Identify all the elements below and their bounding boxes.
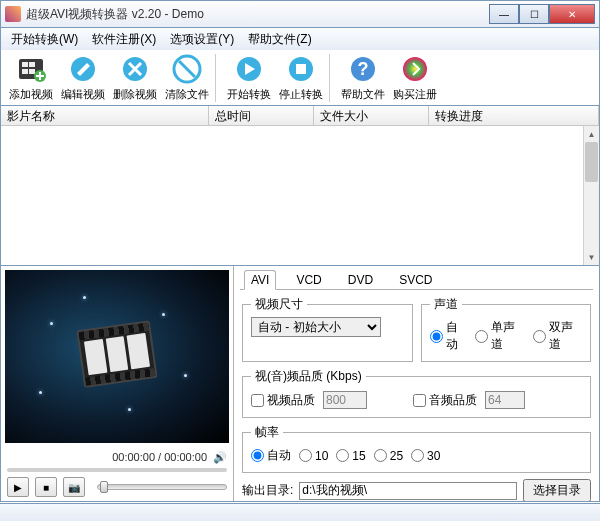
settings-pane: AVI VCD DVD SVCD 视频尺寸 自动 - 初始大小 声道 自动 单声… [234, 266, 599, 501]
toolbar-stop-convert[interactable]: 停止转换 [275, 51, 327, 104]
fr-30[interactable]: 30 [411, 449, 440, 463]
output-dir-row: 输出目录: 选择目录 [242, 479, 591, 501]
play-button[interactable]: ▶ [7, 477, 29, 497]
audio-bitrate-input[interactable] [485, 391, 525, 409]
filmstrip-icon [76, 320, 157, 388]
svg-rect-2 [29, 62, 35, 67]
menubar: 开始转换(W) 软件注册(X) 选项设置(Y) 帮助文件(Z) [0, 28, 600, 50]
toolbar-buy-register[interactable]: 购买注册 [389, 51, 441, 104]
bitrate-group: 视(音)频品质 (Kbps) 视频品质 音频品质 [242, 368, 591, 418]
toolbar-label: 购买注册 [393, 87, 437, 102]
toolbar-label: 编辑视频 [61, 87, 105, 102]
toolbar-start-convert[interactable]: 开始转换 [223, 51, 275, 104]
toolbar-help[interactable]: ? 帮助文件 [337, 51, 389, 104]
stop-button[interactable]: ■ [35, 477, 57, 497]
svg-point-14 [403, 57, 427, 81]
audio-channel-group: 声道 自动 单声道 双声道 [421, 296, 592, 362]
clear-files-icon [171, 53, 203, 85]
scroll-down-icon[interactable]: ▼ [584, 249, 599, 265]
audio-bitrate-check[interactable]: 音频品质 [413, 392, 477, 409]
minimize-button[interactable]: — [489, 4, 519, 24]
toolbar-add-video[interactable]: 添加视频 [5, 51, 57, 104]
toolbar-label: 清除文件 [165, 87, 209, 102]
volume-slider[interactable] [97, 484, 227, 490]
video-size-group: 视频尺寸 自动 - 初始大小 [242, 296, 413, 362]
toolbar-delete-video[interactable]: 删除视频 [109, 51, 161, 104]
file-list: 影片名称 总时间 文件大小 转换进度 ▲ ▼ [0, 106, 600, 266]
svg-text:?: ? [358, 59, 369, 79]
fr-10[interactable]: 10 [299, 449, 328, 463]
app-icon [5, 6, 21, 22]
scroll-thumb[interactable] [585, 142, 598, 182]
format-tabs: AVI VCD DVD SVCD [240, 270, 593, 290]
fr-15[interactable]: 15 [336, 449, 365, 463]
menu-options[interactable]: 选项设置(Y) [166, 29, 238, 50]
audio-stereo[interactable]: 双声道 [533, 319, 582, 353]
framerate-label: 帧率 [251, 424, 283, 441]
svg-rect-3 [22, 69, 28, 74]
delete-video-icon [119, 53, 151, 85]
edit-video-icon [67, 53, 99, 85]
video-size-label: 视频尺寸 [251, 296, 307, 313]
stop-convert-icon [285, 53, 317, 85]
lower-pane: 00:00:00 / 00:00:00 🔊 ▶ ■ 📷 AVI VCD DVD … [0, 266, 600, 502]
window-title: 超级AVI视频转换器 v2.20 - Demo [26, 6, 489, 23]
col-size[interactable]: 文件大小 [314, 106, 429, 125]
fr-auto[interactable]: 自动 [251, 447, 291, 464]
statusbar [0, 503, 600, 521]
window-buttons: — ☐ ✕ [489, 4, 595, 24]
close-button[interactable]: ✕ [549, 4, 595, 24]
toolbar: 添加视频 编辑视频 删除视频 清除文件 开始转换 停止转换 ? 帮助文件 购买注… [0, 50, 600, 106]
toolbar-separator [329, 54, 335, 102]
time-text: 00:00:00 / 00:00:00 [112, 451, 207, 463]
video-bitrate-check[interactable]: 视频品质 [251, 392, 315, 409]
start-convert-icon [233, 53, 265, 85]
video-bitrate-input[interactable] [323, 391, 367, 409]
col-name[interactable]: 影片名称 [1, 106, 209, 125]
toolbar-label: 删除视频 [113, 87, 157, 102]
playback-controls: ▶ ■ 📷 [1, 473, 233, 501]
preview-time: 00:00:00 / 00:00:00 🔊 [1, 447, 233, 467]
output-path-input[interactable] [299, 482, 517, 500]
framerate-group: 帧率 自动 10 15 25 30 [242, 424, 591, 473]
toolbar-label: 帮助文件 [341, 87, 385, 102]
audio-auto[interactable]: 自动 [430, 319, 468, 353]
toolbar-clear-files[interactable]: 清除文件 [161, 51, 213, 104]
maximize-button[interactable]: ☐ [519, 4, 549, 24]
list-scrollbar[interactable]: ▲ ▼ [583, 126, 599, 265]
scroll-up-icon[interactable]: ▲ [584, 126, 599, 142]
add-video-icon [15, 53, 47, 85]
audio-mono[interactable]: 单声道 [475, 319, 524, 353]
menu-help[interactable]: 帮助文件(Z) [244, 29, 315, 50]
buy-register-icon [399, 53, 431, 85]
seek-bar[interactable] [7, 468, 227, 472]
tab-svcd[interactable]: SVCD [393, 271, 438, 289]
snapshot-button[interactable]: 📷 [63, 477, 85, 497]
fr-25[interactable]: 25 [374, 449, 403, 463]
titlebar: 超级AVI视频转换器 v2.20 - Demo — ☐ ✕ [0, 0, 600, 28]
preview-display [5, 270, 229, 443]
menu-register[interactable]: 软件注册(X) [88, 29, 160, 50]
tab-dvd[interactable]: DVD [342, 271, 379, 289]
tab-vcd[interactable]: VCD [290, 271, 327, 289]
video-size-select[interactable]: 自动 - 初始大小 [251, 317, 381, 337]
browse-button[interactable]: 选择目录 [523, 479, 591, 501]
sound-icon[interactable]: 🔊 [213, 451, 227, 464]
col-duration[interactable]: 总时间 [209, 106, 314, 125]
svg-rect-4 [29, 69, 35, 74]
help-icon: ? [347, 53, 379, 85]
toolbar-edit-video[interactable]: 编辑视频 [57, 51, 109, 104]
toolbar-label: 添加视频 [9, 87, 53, 102]
toolbar-separator [215, 54, 221, 102]
tab-avi[interactable]: AVI [244, 270, 276, 290]
menu-start-convert[interactable]: 开始转换(W) [7, 29, 82, 50]
col-progress[interactable]: 转换进度 [429, 106, 599, 125]
svg-rect-11 [296, 64, 306, 74]
list-header: 影片名称 总时间 文件大小 转换进度 [1, 106, 599, 126]
output-label: 输出目录: [242, 482, 293, 499]
audio-channel-label: 声道 [430, 296, 462, 313]
toolbar-label: 开始转换 [227, 87, 271, 102]
svg-rect-1 [22, 62, 28, 67]
preview-pane: 00:00:00 / 00:00:00 🔊 ▶ ■ 📷 [1, 266, 234, 501]
bitrate-label: 视(音)频品质 (Kbps) [251, 368, 366, 385]
